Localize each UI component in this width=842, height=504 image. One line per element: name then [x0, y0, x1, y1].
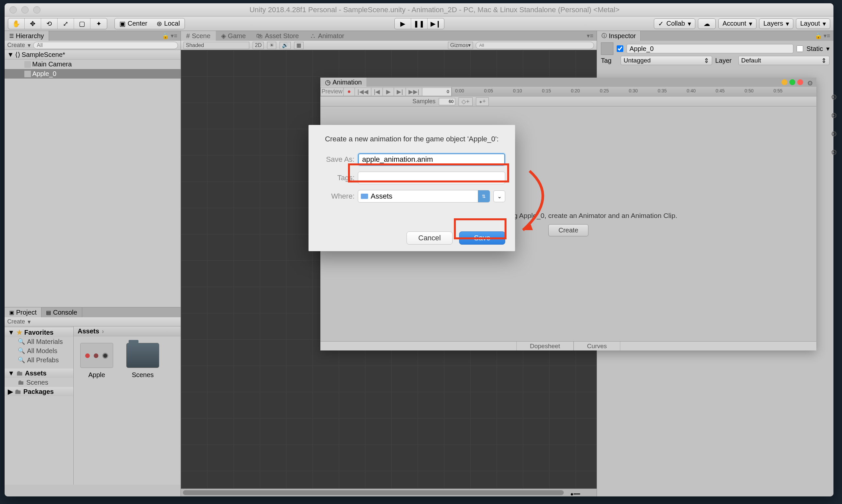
tag-dropdown[interactable]: Untagged⇕	[621, 56, 712, 65]
tags-input[interactable]	[358, 172, 505, 184]
gizmos-dropdown[interactable]: Gizmos ▾	[448, 42, 473, 49]
lighting-toggle[interactable]: ☀	[267, 42, 276, 49]
project-tab[interactable]: ▣Project	[5, 307, 41, 317]
add-event-button[interactable]: ⬥+	[476, 97, 489, 106]
first-frame-button[interactable]: |◀◀	[355, 87, 371, 96]
favorite-item[interactable]: 🔍All Models	[5, 346, 73, 355]
panel-menu[interactable]: ▾≡	[587, 32, 597, 39]
scene-scrollbar[interactable]: ●━━	[181, 489, 597, 497]
dopesheet-tab[interactable]: Dopesheet	[516, 342, 574, 350]
layout-dropdown[interactable]: Layout▾	[796, 18, 830, 29]
play-button[interactable]: ▶	[395, 18, 411, 29]
packages-header[interactable]: ▶ 🖿 Packages	[5, 387, 73, 396]
play-button[interactable]: ▶	[382, 87, 394, 96]
rect-tool[interactable]: ▢	[74, 18, 90, 29]
frame-field[interactable]	[422, 87, 452, 96]
expand-button[interactable]: ⌄	[494, 190, 505, 202]
hierarchy-tree[interactable]: ▼ ⟨⟩ SampleScene* Main Camera Apple_0	[5, 50, 181, 307]
lock-icon[interactable]: 🔒 ▾≡	[815, 32, 834, 39]
scale-tool[interactable]: ⤢	[57, 18, 74, 29]
hierarchy-search[interactable]	[33, 42, 178, 49]
record-button[interactable]: ●	[343, 87, 355, 96]
component-gear-icon[interactable]: ⚙	[829, 110, 839, 121]
static-checkbox[interactable]	[796, 46, 803, 52]
breadcrumb[interactable]: Assets ›	[74, 326, 181, 336]
object-name-field[interactable]	[627, 44, 793, 53]
search-icon: 🔍	[18, 338, 25, 345]
hierarchy-tab[interactable]: ☰Hierarchy	[5, 31, 49, 41]
preview-button[interactable]: Preview	[320, 87, 343, 96]
scene-tab[interactable]: #Scene	[181, 31, 216, 41]
where-dropdown[interactable]: Assets ⇅	[358, 190, 490, 202]
inspector-tab[interactable]: ⓘInspector	[597, 31, 641, 41]
layers-dropdown[interactable]: Layers▾	[759, 18, 793, 29]
scene-root[interactable]: ▼ ⟨⟩ SampleScene*	[5, 50, 181, 59]
save-as-input[interactable]	[358, 153, 505, 166]
favorite-item[interactable]: 🔍All Materials	[5, 337, 73, 346]
layer-dropdown[interactable]: Default⇕	[738, 56, 830, 65]
component-gear-icon[interactable]: ⚙	[829, 147, 839, 158]
minimize-icon[interactable]	[782, 79, 787, 85]
hand-tool[interactable]: ✋	[8, 18, 25, 29]
account-dropdown[interactable]: Account▾	[718, 18, 756, 29]
create-animation-button[interactable]: Create	[548, 224, 588, 236]
animator-tab[interactable]: ⛬Animator	[304, 31, 350, 41]
favorites-header[interactable]: ▼ ★ Favorites	[5, 328, 73, 337]
folder-item[interactable]: 🖿Scenes	[5, 378, 73, 387]
timeline-ruler[interactable]: 0:000:050:100:150:200:250:300:350:400:45…	[452, 87, 816, 97]
chevron-down-icon[interactable]: ▾	[826, 45, 829, 53]
component-gear-icon[interactable]: ⚙	[829, 129, 839, 139]
hierarchy-item[interactable]: Main Camera	[5, 59, 181, 69]
close-icon[interactable]	[797, 79, 803, 85]
prev-frame-button[interactable]: |◀	[371, 87, 383, 96]
local-button[interactable]: ⊛Local	[152, 18, 184, 29]
hierarchy-item-selected[interactable]: Apple_0	[5, 69, 181, 78]
asset-store-tab[interactable]: 🛍Asset Store	[251, 31, 304, 41]
active-checkbox[interactable]	[617, 46, 623, 52]
zoom-slider[interactable]: ●━━	[570, 491, 590, 495]
game-tab[interactable]: ◈Game	[216, 31, 251, 41]
favorite-item[interactable]: 🔍All Prefabs	[5, 355, 73, 365]
fx-toggle[interactable]: ▦	[294, 42, 304, 49]
animation-tab[interactable]: ◷Animation	[320, 77, 366, 87]
2d-toggle[interactable]: 2D	[253, 42, 264, 49]
center-button[interactable]: ▣Center	[115, 18, 152, 29]
scene-search[interactable]	[476, 42, 594, 49]
audio-toggle[interactable]: 🔊	[280, 42, 291, 49]
animation-bottom-tabs: Dopesheet Curves	[320, 341, 816, 350]
asset-item[interactable]: Apple	[80, 343, 113, 379]
close-window-button[interactable]	[10, 6, 17, 14]
project-tree[interactable]: ▼ ★ Favorites 🔍All Materials 🔍All Models…	[5, 326, 74, 485]
tags-label: Tags:	[318, 174, 355, 182]
last-frame-button[interactable]: ▶▶|	[406, 87, 422, 96]
cancel-button[interactable]: Cancel	[407, 231, 452, 245]
add-keyframe-button[interactable]: ◇+	[459, 97, 473, 106]
scrollbar-thumb[interactable]	[183, 490, 564, 495]
zoom-icon[interactable]	[789, 79, 795, 85]
create-dropdown[interactable]: Create	[7, 318, 25, 325]
lock-icon[interactable]: 🔒 ▾≡	[162, 32, 181, 39]
save-button[interactable]: Save	[459, 231, 505, 245]
chevron-down-icon: ▾	[688, 20, 691, 28]
pause-button[interactable]: ❚❚	[411, 18, 428, 29]
assets-grid[interactable]: Apple Scenes	[74, 336, 181, 385]
collab-dropdown[interactable]: ✓Collab▾	[654, 18, 695, 29]
shading-dropdown[interactable]: Shaded	[183, 42, 249, 49]
samples-field[interactable]	[439, 98, 455, 105]
component-gear-icon[interactable]: ⚙	[829, 92, 839, 103]
create-dropdown[interactable]: Create	[7, 42, 25, 49]
gear-icon[interactable]: ⚙	[807, 79, 813, 87]
console-tab[interactable]: ▤Console	[41, 307, 82, 317]
zoom-window-button[interactable]	[33, 6, 40, 14]
next-frame-button[interactable]: ▶|	[394, 87, 406, 96]
animation-titlebar[interactable]: ◷Animation ⚙	[320, 77, 816, 87]
rotate-tool[interactable]: ⟲	[41, 18, 57, 29]
step-button[interactable]: ▶❙	[428, 18, 444, 29]
curves-tab[interactable]: Curves	[574, 342, 620, 350]
cloud-button[interactable]: ☁	[698, 18, 716, 29]
move-tool[interactable]: ✥	[25, 18, 41, 29]
assets-header[interactable]: ▼ 🖿 Assets	[5, 368, 73, 378]
minimize-window-button[interactable]	[21, 6, 29, 14]
transform-tool[interactable]: ✦	[90, 18, 107, 29]
asset-item[interactable]: Scenes	[126, 343, 159, 379]
